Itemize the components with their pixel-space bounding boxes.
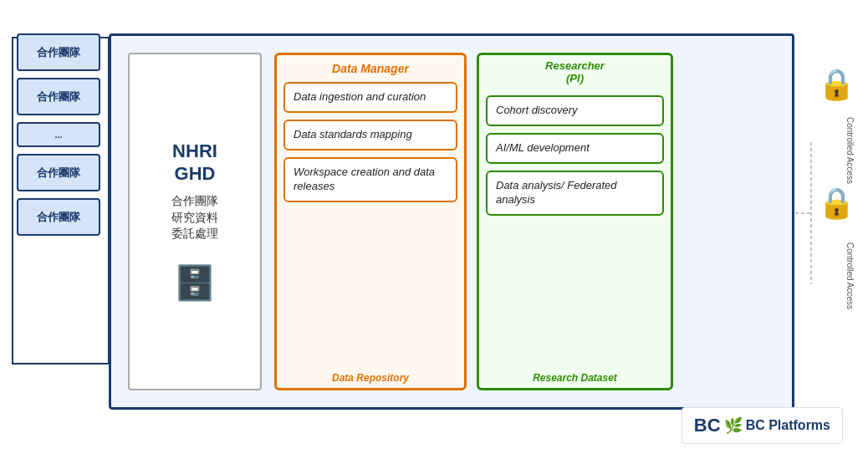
partner-box-dots: ... bbox=[17, 122, 100, 147]
partner-box-2: 合作團隊 bbox=[17, 78, 100, 115]
platforms-text: BC Platforms bbox=[746, 418, 830, 433]
task-cohort: Cohort discovery bbox=[486, 95, 664, 126]
leaf-icon: 🌿 bbox=[724, 416, 743, 435]
bc-text: BC bbox=[694, 415, 721, 436]
researcher-title: Researcher(PI) bbox=[479, 59, 671, 84]
right-label-top: Controlled Access bbox=[845, 117, 855, 184]
diagram-container: 🔑 🔒 合作團隊 合作團隊 ... 合作團隊 合作團隊 NHRIGHD 合作 bbox=[8, 8, 860, 461]
task-ingestion: Data ingestion and curation bbox=[283, 82, 457, 113]
right-label-bottom: Controlled Access bbox=[845, 242, 855, 309]
research-dataset-label: Research Dataset bbox=[479, 372, 671, 384]
researcher-section: Researcher(PI) Cohort discovery AI/ML de… bbox=[477, 53, 673, 390]
nhri-box: NHRIGHD 合作團隊研究資料委託處理 🗄️ bbox=[128, 53, 262, 390]
lock-icon-top: 🔒 bbox=[818, 67, 855, 102]
task-aiml: AI/ML development bbox=[486, 133, 664, 164]
nhri-subtitle: 合作團隊研究資料委託處理 bbox=[171, 193, 218, 242]
partner-box-4: 合作團隊 bbox=[17, 198, 100, 236]
lock-icon-bottom: 🔒 bbox=[818, 186, 855, 221]
bc-platforms-logo: BC 🌿 BC Platforms bbox=[682, 407, 843, 444]
partner-list: 合作團隊 合作團隊 ... 合作團隊 合作團隊 bbox=[17, 33, 109, 236]
partner-box-1: 合作團隊 bbox=[17, 33, 100, 71]
data-manager-title: Data Manager bbox=[283, 62, 457, 75]
task-analysis: Data analysis/ Federated analysis bbox=[486, 171, 664, 216]
task-workspace: Workspace creation and data releases bbox=[283, 157, 457, 202]
partner-box-3: 合作團隊 bbox=[17, 154, 100, 191]
task-standards: Data standards mapping bbox=[283, 120, 457, 150]
outer-box: NHRIGHD 合作團隊研究資料委託處理 🗄️ Data Manager Dat… bbox=[109, 33, 794, 410]
data-manager-section: Data Manager Data ingestion and curation… bbox=[274, 53, 467, 390]
data-repository-label: Data Repository bbox=[277, 372, 464, 384]
database-icon: 🗄️ bbox=[174, 263, 216, 303]
nhri-title: NHRIGHD bbox=[172, 140, 217, 185]
